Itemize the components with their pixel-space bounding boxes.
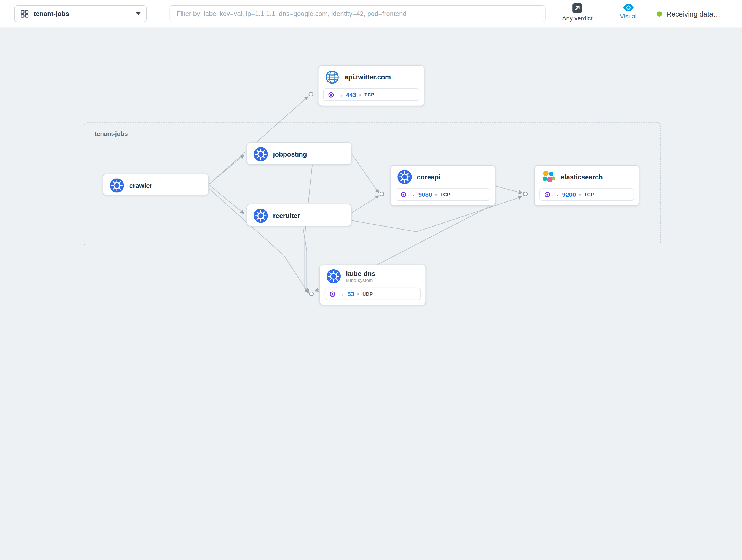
eye-icon xyxy=(623,4,634,11)
node-title: coreapi xyxy=(417,173,441,180)
service-node-jobposting[interactable]: jobposting xyxy=(247,143,352,165)
visual-mode-button[interactable]: Visual xyxy=(615,4,641,20)
topbar: tenant-jobs Any verdict Visual Receiving… xyxy=(0,0,742,28)
port-number: 443 xyxy=(346,91,356,98)
kubernetes-icon xyxy=(254,209,268,223)
port-number: 53 xyxy=(347,290,354,297)
topbar-divider xyxy=(606,4,606,23)
kubernetes-icon xyxy=(327,269,341,284)
arrow-icon: → xyxy=(409,191,415,197)
verdict-filter-icon xyxy=(572,3,583,13)
status-label: Receiving data… xyxy=(666,10,720,18)
dot-separator: ● xyxy=(357,292,359,296)
chevron-down-icon xyxy=(136,12,141,15)
namespace-value: tenant-jobs xyxy=(34,10,131,17)
port-number: 9200 xyxy=(562,191,576,198)
endpoint-icon xyxy=(329,291,335,297)
port-row-9200[interactable]: → 9200 ● TCP xyxy=(539,188,634,201)
connection-status: Receiving data… xyxy=(657,0,720,27)
node-title: jobposting xyxy=(273,151,307,158)
service-node-coreapi[interactable]: coreapi → 9080 ● TCP xyxy=(390,165,495,206)
namespace-select[interactable]: tenant-jobs xyxy=(14,5,147,22)
port-row-443[interactable]: → 443 ● TCP xyxy=(323,89,420,101)
port-protocol: TCP xyxy=(584,192,594,197)
endpoint-icon xyxy=(328,92,334,98)
kubernetes-icon xyxy=(110,178,124,192)
service-node-api-twitter[interactable]: api.twitter.com → 443 ● TCP xyxy=(318,65,424,106)
dot-separator: ● xyxy=(359,92,362,97)
kubernetes-icon xyxy=(398,170,412,184)
visual-mode-label: Visual xyxy=(620,13,636,20)
flow-filter-input[interactable] xyxy=(169,5,546,22)
node-title: api.twitter.com xyxy=(344,73,391,81)
endpoint-icon xyxy=(544,191,550,197)
port-protocol: UDP xyxy=(363,291,373,296)
service-node-kube-dns[interactable]: kube-dns kube-system → 53 ● UDP xyxy=(319,265,426,305)
kubernetes-icon xyxy=(254,147,268,162)
elasticsearch-icon xyxy=(541,170,556,184)
port-protocol: TCP xyxy=(440,192,450,197)
service-node-crawler[interactable]: crawler xyxy=(103,174,209,195)
namespace-icon xyxy=(20,9,29,18)
port-row-53[interactable]: → 53 ● UDP xyxy=(325,288,421,300)
service-node-elasticsearch[interactable]: elasticsearch → 9200 ● TCP xyxy=(534,165,639,206)
port-row-9080[interactable]: → 9080 ● TCP xyxy=(395,188,490,201)
service-node-recruiter[interactable]: recruiter xyxy=(247,204,352,226)
dot-separator: ● xyxy=(579,192,581,197)
hubble-ui: tenant-jobs Any verdict Visual Receiving… xyxy=(0,0,742,326)
node-namespace: kube-system xyxy=(346,278,375,283)
port-number: 9080 xyxy=(418,191,432,198)
node-title: recruiter xyxy=(273,212,300,219)
node-title: crawler xyxy=(129,182,152,189)
globe-icon xyxy=(325,70,339,84)
arrow-icon: → xyxy=(553,191,559,197)
cluster-label: tenant-jobs xyxy=(95,130,127,137)
arrow-icon: → xyxy=(338,291,344,297)
verdict-filter-button[interactable]: Any verdict xyxy=(561,3,594,22)
node-title: kube-dns xyxy=(346,270,375,277)
verdict-filter-label: Any verdict xyxy=(562,15,592,22)
service-map: tenant-jobs api.twitter.com → 443 ● TCP … xyxy=(0,27,742,326)
port-protocol: TCP xyxy=(364,92,374,97)
dot-separator: ● xyxy=(435,192,437,197)
status-dot-icon xyxy=(657,11,662,16)
endpoint-icon xyxy=(400,191,406,197)
node-title: elasticsearch xyxy=(561,173,602,180)
arrow-icon: → xyxy=(337,92,343,98)
